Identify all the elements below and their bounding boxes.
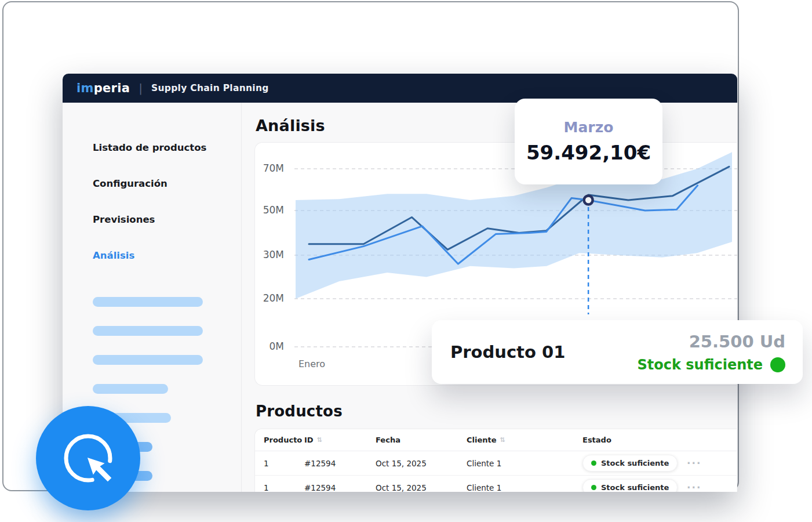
cell-id: #12594: [304, 459, 376, 468]
sidebar-item-previsiones[interactable]: Previsiones: [93, 211, 209, 229]
page-title: Análisis: [256, 117, 737, 135]
click-cursor-badge: [36, 406, 140, 510]
column-header-cliente[interactable]: Cliente⇅: [467, 436, 582, 444]
skeleton-placeholder-bar: [93, 384, 168, 394]
product-units: 25.500 Ud: [689, 332, 785, 351]
status-label: Stock suficiente: [601, 483, 669, 492]
product-stock-status: Stock suficiente: [637, 357, 785, 373]
products-section-title: Productos: [256, 403, 737, 420]
column-header-estado: Estado: [582, 436, 687, 444]
row-actions-menu[interactable]: ···: [687, 482, 737, 492]
y-axis-label: 70M: [261, 162, 284, 174]
selected-data-point[interactable]: [584, 196, 593, 205]
column-header-label: ID: [304, 436, 314, 444]
cell-producto: 1: [264, 459, 304, 468]
status-label: Stock suficiente: [601, 459, 669, 467]
stock-status-dot-icon: [770, 357, 785, 372]
sidebar-item-listado-de-productos[interactable]: Listado de productos: [93, 139, 209, 157]
skeleton-placeholder-bar: [93, 326, 203, 336]
column-header-id[interactable]: ID⇅: [304, 436, 376, 444]
status-badge: Stock suficiente: [582, 479, 678, 492]
status-dot-icon: [591, 485, 596, 490]
cell-cliente: Cliente 1: [467, 459, 582, 468]
y-axis-label: 30M: [261, 249, 284, 260]
status-dot-icon: [591, 461, 596, 466]
status-badge: Stock suficiente: [582, 455, 678, 472]
x-axis-label: Enero: [298, 358, 325, 369]
cell-fecha: Oct 15, 2025: [376, 483, 467, 492]
cell-fecha: Oct 15, 2025: [376, 459, 467, 468]
table-row-partial[interactable]: 1#12594Oct 15, 2025Cliente 1Stock sufici…: [255, 476, 737, 492]
app-name: Supply Chain Planning: [151, 83, 269, 93]
chart-tooltip: Marzo 59.492,10€: [515, 99, 662, 184]
product-name: Producto 01: [450, 342, 565, 362]
confidence-band: [296, 152, 732, 299]
table-row[interactable]: 1#12594Oct 15, 2025Cliente 1Stock sufici…: [255, 451, 737, 476]
imperia-logo: imperia: [77, 81, 130, 95]
column-header-fecha: Fecha: [376, 436, 467, 444]
sort-icon[interactable]: ⇅: [317, 436, 322, 444]
y-axis-label: 20M: [261, 292, 284, 304]
table-header-row: ProductoID⇅FechaCliente⇅Estado: [255, 429, 737, 451]
cell-id: #12594: [304, 483, 376, 492]
column-header-label: Fecha: [376, 436, 400, 444]
column-header-label: Cliente: [467, 436, 497, 444]
y-axis-label: 0M: [261, 340, 284, 352]
cursor-click-icon: [36, 406, 140, 510]
product-detail-card: Producto 01 25.500 Ud Stock suficiente: [432, 320, 803, 384]
column-header-label: Estado: [582, 436, 611, 444]
logo-peria: peria: [94, 81, 130, 95]
logo-separator: |: [139, 81, 143, 95]
stock-status-label: Stock suficiente: [637, 357, 763, 373]
tooltip-value: 59.492,10€: [526, 141, 651, 164]
y-axis-label: 50M: [261, 204, 284, 216]
products-table: ProductoID⇅FechaCliente⇅Estado 1#12594Oc…: [254, 429, 737, 492]
main-content: Análisis Enero 0M20M30M50M70M Productos …: [242, 103, 737, 492]
column-header-label: Producto: [264, 436, 302, 444]
product-card-right: 25.500 Ud Stock suficiente: [637, 332, 785, 373]
sidebar-item-an-lisis[interactable]: Análisis: [93, 247, 209, 264]
column-header-producto: Producto: [264, 436, 304, 444]
skeleton-placeholder-bar: [93, 297, 203, 307]
tooltip-month: Marzo: [564, 119, 614, 136]
sort-icon[interactable]: ⇅: [500, 436, 505, 444]
cell-cliente: Cliente 1: [467, 483, 582, 492]
cell-producto: 1: [264, 483, 304, 492]
sidebar-item-configuraci-n[interactable]: Configuración: [93, 175, 209, 193]
logo-im: im: [77, 81, 94, 95]
row-actions-menu[interactable]: ···: [687, 458, 737, 469]
skeleton-placeholder-bar: [93, 355, 203, 365]
